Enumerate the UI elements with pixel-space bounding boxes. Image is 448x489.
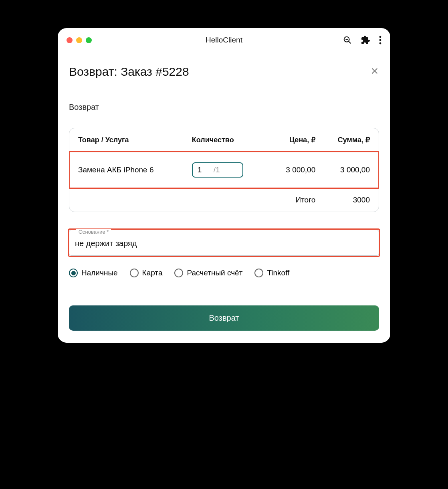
payment-option[interactable]: Tinkoff: [254, 269, 289, 277]
total-value: 3000: [315, 196, 370, 204]
svg-line-1: [349, 41, 351, 43]
radio-icon: [254, 269, 263, 277]
radio-icon: [174, 269, 183, 277]
payment-option-label: Tinkoff: [267, 269, 289, 277]
window-close-button[interactable]: [67, 37, 73, 43]
table-header: Товар / Услуга Количество Цена, ₽ Сумма,…: [69, 128, 379, 152]
item-sum: 3 000,00: [315, 166, 370, 174]
submit-button[interactable]: Возврат: [69, 305, 379, 331]
svg-point-3: [379, 36, 381, 38]
item-price: 3 000,00: [261, 166, 316, 174]
table-row: Замена АКБ iPhone 6 /1 3 000,00 3 000,00: [69, 152, 379, 188]
qty-suffix: /1: [214, 166, 220, 174]
zoom-out-icon[interactable]: [343, 36, 352, 44]
app-window: HelloClient: [58, 28, 390, 343]
page-header: Возврат: Заказ #5228: [69, 65, 379, 79]
title-actions: [343, 35, 381, 45]
close-icon[interactable]: [370, 67, 379, 77]
payment-option[interactable]: Карта: [130, 269, 163, 277]
traffic-lights: [67, 37, 92, 43]
col-sum: Сумма, ₽: [315, 135, 370, 144]
payment-option[interactable]: Наличные: [69, 269, 118, 277]
reason-label: Основание *: [76, 229, 111, 235]
qty-input[interactable]: [198, 166, 210, 174]
qty-cell: /1: [192, 162, 261, 178]
window-minimize-button[interactable]: [76, 37, 82, 43]
item-name: Замена АКБ iPhone 6: [78, 166, 192, 174]
payment-option-label: Карта: [142, 269, 163, 277]
window-title: HelloClient: [206, 36, 242, 44]
payment-method-group: НаличныеКартаРасчетный счётTinkoff: [69, 269, 379, 277]
payment-option-label: Расчетный счёт: [187, 269, 242, 277]
payment-option-label: Наличные: [81, 269, 118, 277]
reason-field-wrap: Основание *: [69, 230, 379, 256]
svg-point-5: [379, 42, 381, 44]
radio-icon: [130, 269, 139, 277]
reason-input[interactable]: [75, 239, 373, 248]
total-label: Итого: [261, 196, 316, 204]
svg-point-4: [379, 39, 381, 41]
col-qty: Количество: [192, 136, 261, 144]
payment-option[interactable]: Расчетный счёт: [174, 269, 242, 277]
content: Возврат: Заказ #5228 Возврат Товар / Усл…: [58, 49, 390, 331]
titlebar: HelloClient: [58, 28, 390, 49]
items-table: Товар / Услуга Количество Цена, ₽ Сумма,…: [69, 128, 379, 212]
col-price: Цена, ₽: [261, 135, 316, 144]
more-menu-icon[interactable]: [379, 36, 381, 44]
section-label: Возврат: [69, 103, 379, 112]
window-maximize-button[interactable]: [86, 37, 92, 43]
col-item: Товар / Услуга: [78, 136, 192, 144]
qty-box: /1: [192, 162, 243, 178]
extension-icon[interactable]: [361, 35, 370, 45]
table-footer: Итого 3000: [69, 188, 379, 212]
radio-icon: [69, 269, 78, 277]
page-title: Возврат: Заказ #5228: [69, 65, 189, 79]
